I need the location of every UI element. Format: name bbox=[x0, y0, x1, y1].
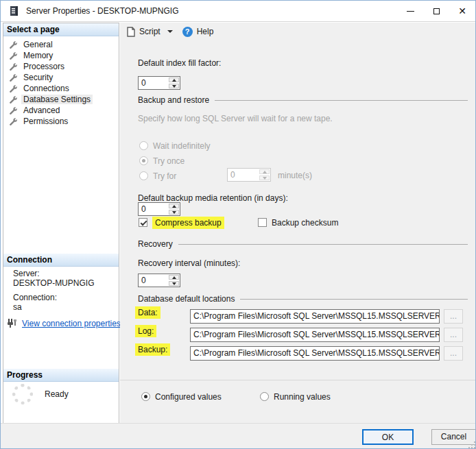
wrench-icon bbox=[9, 73, 17, 82]
section-backup-and-restore: Backup and restore bbox=[138, 95, 468, 105]
connection-properties-icon bbox=[7, 318, 19, 328]
spin-down-button[interactable] bbox=[169, 210, 179, 215]
view-connection-properties-link[interactable]: View connection properties bbox=[22, 319, 121, 328]
spin-up-button[interactable] bbox=[169, 204, 179, 208]
script-icon bbox=[126, 27, 135, 37]
spin-up-button[interactable] bbox=[169, 275, 179, 280]
recovery-interval-spinner[interactable]: 0 bbox=[138, 274, 180, 287]
footer: OK Cancel bbox=[1, 423, 475, 448]
resize-grip[interactable] bbox=[471, 444, 473, 446]
retention-spinner[interactable]: 0 bbox=[138, 202, 180, 216]
arrow-down-icon bbox=[263, 177, 267, 180]
recovery-interval-value[interactable]: 0 bbox=[139, 274, 168, 287]
connection-header: Connection bbox=[3, 254, 119, 267]
progress-row: Ready bbox=[12, 384, 69, 404]
data-location-label: Data: bbox=[135, 306, 160, 319]
sidebar-item-connections[interactable]: Connections bbox=[3, 83, 119, 94]
help-button[interactable]: ? Help bbox=[182, 27, 214, 37]
sidebar-item-processors[interactable]: Processors bbox=[3, 61, 119, 72]
sidebar-item-permissions[interactable]: Permissions bbox=[3, 116, 119, 127]
select-a-page-header: Select a page bbox=[3, 23, 119, 36]
arrow-down-icon bbox=[172, 282, 176, 285]
wrench-icon bbox=[9, 84, 17, 93]
arrow-up-icon bbox=[172, 79, 176, 82]
server-properties-dialog: Server Properties - DESKTOP-MUPNGIG ✕ Se… bbox=[0, 0, 476, 449]
close-button[interactable]: ✕ bbox=[449, 1, 475, 21]
window-controls: ✕ bbox=[397, 1, 475, 21]
fill-factor-value[interactable]: 0 bbox=[139, 77, 168, 89]
section-database-default-locations: Database default locations bbox=[138, 294, 468, 304]
log-location-label: Log: bbox=[135, 325, 156, 337]
view-connection-properties-row: View connection properties bbox=[7, 318, 121, 328]
compress-backup-label: Compress backup bbox=[152, 217, 224, 229]
arrow-up-icon bbox=[172, 276, 176, 279]
wrench-icon bbox=[9, 117, 17, 125]
wrench-icon bbox=[9, 51, 17, 60]
try-for-minutes-spinner: 0 bbox=[227, 168, 271, 182]
arrow-up-icon bbox=[263, 171, 267, 173]
data-location-field[interactable]: C:\Program Files\Microsoft SQL Server\MS… bbox=[190, 309, 440, 324]
retention-value[interactable]: 0 bbox=[139, 203, 168, 215]
settings-panel: Script ? Help Default index fill factor:… bbox=[120, 23, 476, 424]
arrow-up-icon bbox=[172, 205, 176, 208]
sidebar-item-advanced[interactable]: Advanced bbox=[3, 105, 119, 116]
section-recovery: Recovery bbox=[138, 239, 468, 249]
app-icon bbox=[10, 5, 19, 16]
arrow-down-icon bbox=[172, 85, 176, 88]
spin-up-button[interactable] bbox=[169, 77, 179, 82]
radio-try-once: Try once bbox=[139, 156, 185, 166]
sidebar-item-database-settings[interactable]: Database Settings bbox=[3, 94, 119, 105]
spin-up-button bbox=[259, 169, 270, 174]
try-for-minutes-value: 0 bbox=[228, 169, 259, 181]
spin-down-button bbox=[259, 175, 270, 180]
maximize-button[interactable] bbox=[423, 1, 449, 21]
checkbox-unchecked-icon bbox=[258, 218, 267, 227]
radio-icon bbox=[139, 141, 148, 150]
tape-wait-description: Specify how long SQL Server will wait fo… bbox=[138, 114, 333, 123]
wrench-icon bbox=[9, 62, 17, 71]
fill-factor-spinner[interactable]: 0 bbox=[138, 76, 180, 90]
page-list: General Memory Processors Security Conne… bbox=[3, 39, 119, 127]
radio-selected-icon bbox=[141, 392, 150, 401]
wrench-icon bbox=[9, 95, 17, 104]
sidebar-item-security[interactable]: Security bbox=[3, 72, 119, 83]
window-title: Server Properties - DESKTOP-MUPNGIG bbox=[26, 6, 179, 16]
running-values-radio[interactable]: Running values bbox=[260, 391, 331, 402]
sidebar: Select a page General Memory Processors … bbox=[3, 23, 119, 424]
radio-try-for: Try for bbox=[139, 171, 176, 181]
help-icon: ? bbox=[182, 27, 193, 37]
retention-label: Default backup media retention (in days)… bbox=[138, 193, 288, 203]
recovery-interval-label: Recovery interval (minutes): bbox=[138, 258, 240, 268]
wrench-icon bbox=[9, 40, 17, 49]
wrench-icon bbox=[9, 106, 17, 114]
radio-icon bbox=[260, 392, 269, 401]
sidebar-item-general[interactable]: General bbox=[3, 39, 119, 50]
script-button[interactable]: Script bbox=[126, 27, 173, 37]
backup-location-field[interactable]: C:\Program Files\Microsoft SQL Server\MS… bbox=[190, 346, 440, 361]
backup-checksum-checkbox[interactable]: Backup checksum bbox=[258, 217, 338, 228]
ok-button[interactable]: OK bbox=[362, 429, 414, 445]
maximize-icon bbox=[433, 8, 440, 14]
content-separator bbox=[120, 380, 476, 380]
configured-values-radio[interactable]: Configured values bbox=[141, 391, 222, 402]
radio-icon bbox=[139, 171, 148, 180]
compress-backup-checkbox[interactable]: Compress backup bbox=[139, 217, 224, 228]
log-location-field[interactable]: C:\Program Files\Microsoft SQL Server\MS… bbox=[190, 328, 440, 342]
spin-down-button[interactable] bbox=[169, 84, 179, 88]
spin-down-button[interactable] bbox=[169, 281, 179, 286]
progress-header: Progress bbox=[3, 369, 119, 382]
close-icon: ✕ bbox=[458, 6, 466, 16]
sidebar-item-memory[interactable]: Memory bbox=[3, 50, 119, 61]
minimize-button[interactable] bbox=[397, 1, 423, 21]
checkbox-checked-icon bbox=[139, 218, 147, 227]
radio-wait-indefinitely: Wait indefinitely bbox=[139, 141, 211, 151]
radio-selected-icon bbox=[139, 156, 148, 165]
progress-status: Ready bbox=[45, 389, 69, 399]
toolbar: Script ? Help bbox=[120, 23, 476, 40]
progress-spinner-icon bbox=[12, 384, 33, 404]
connection-label: Connection: bbox=[13, 293, 57, 302]
cancel-button[interactable]: Cancel bbox=[431, 429, 476, 445]
title-bar: Server Properties - DESKTOP-MUPNGIG ✕ bbox=[1, 1, 475, 22]
chevron-down-icon bbox=[167, 30, 173, 33]
backup-checksum-label: Backup checksum bbox=[272, 218, 338, 228]
